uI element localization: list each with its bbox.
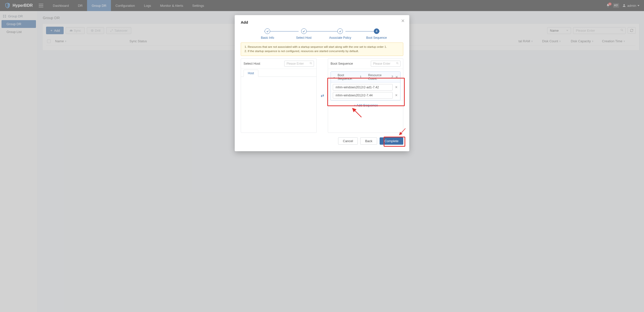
remove-item-button[interactable]: ✕ — [394, 93, 398, 97]
sequence-header[interactable]: ⌄ Boot Sequence: 1 Resource Count: 2 ✕ — [331, 72, 400, 83]
sequence-search-wrap — [371, 61, 400, 67]
sequence-item-row: mhm-windows2012r2-7.44 ✕ — [331, 92, 400, 100]
info-alert: 1. Resources that are not associated wit… — [241, 43, 403, 56]
close-icon: ✕ — [395, 93, 398, 97]
modal-close-button[interactable]: ✕ — [401, 19, 405, 23]
resource-count-number: 2 — [391, 75, 393, 79]
step-label: Select Host — [296, 36, 311, 40]
remove-item-button[interactable]: ✕ — [394, 85, 398, 89]
svg-point-10 — [310, 62, 311, 64]
add-sequence-button[interactable]: ＋Add Sequence — [353, 103, 378, 107]
svg-line-13 — [398, 64, 399, 64]
host-search-wrap — [284, 61, 314, 67]
complete-button[interactable]: Complete — [380, 137, 403, 145]
sequence-item[interactable]: mhm-windows2012r2-7.44 — [333, 92, 393, 99]
host-tab[interactable]: Host — [244, 70, 258, 77]
plus-icon: ＋ — [353, 103, 356, 107]
panel-body: ⌄ Boot Sequence: 1 Resource Count: 2 ✕ m… — [328, 69, 403, 133]
close-icon: ✕ — [395, 85, 398, 89]
add-modal: ✕ Add Basic Info Select Host Associate P… — [235, 15, 409, 151]
panel-header: Select Host — [241, 59, 316, 69]
back-button[interactable]: Back — [360, 137, 377, 145]
search-icon — [396, 62, 399, 65]
modal-footer: Cancel Back Complete — [241, 137, 403, 145]
close-icon: ✕ — [395, 75, 398, 79]
panel-title: Select Host — [244, 62, 260, 65]
transfer-toggle[interactable]: ⇄ — [319, 93, 325, 98]
panel-title: Boot Sequence — [331, 62, 353, 65]
step-label: Basic Info — [261, 36, 274, 40]
add-sequence-row: ＋Add Sequence — [328, 100, 403, 110]
add-sequence-label: Add Sequence — [356, 103, 378, 107]
sequence-title-number: 1 — [360, 75, 361, 79]
check-icon — [301, 28, 307, 34]
step-basic-info[interactable]: Basic Info — [249, 28, 286, 40]
step-label: Associate Policy — [329, 36, 351, 40]
swap-horizontal-icon: ⇄ — [321, 93, 324, 98]
sequence-item-row: mhm-windows2012r2-ad1-7.42 ✕ — [331, 83, 400, 92]
alert-line-1: 1. Resources that are not associated wit… — [245, 45, 399, 49]
resource-count-prefix: Resource Count: — [368, 73, 389, 81]
chevron-down-icon: ⌄ — [333, 75, 336, 79]
svg-line-11 — [311, 64, 312, 64]
sequence-title-prefix: Boot Sequence: — [338, 73, 358, 81]
modal-title: Add — [241, 20, 403, 24]
transfer-panels: Select Host Host ⇄ Boot Sequence — [241, 58, 403, 133]
step-associate-policy[interactable]: Associate Policy — [322, 28, 358, 40]
close-icon: ✕ — [401, 18, 405, 23]
svg-point-12 — [396, 62, 398, 64]
panel-body: Host — [241, 69, 316, 133]
remove-sequence-button[interactable]: ✕ — [395, 75, 398, 79]
alert-line-2: 2. If the startup sequence is not config… — [245, 49, 399, 53]
sequence-item[interactable]: mhm-windows2012r2-ad1-7.42 — [333, 84, 393, 91]
step-select-host[interactable]: Select Host — [286, 28, 322, 40]
panel-header: Boot Sequence — [328, 58, 403, 69]
boot-sequence-panel: Boot Sequence ⌄ Boot Sequence: 1 Resourc… — [328, 58, 403, 133]
boot-sequence-group: ⌄ Boot Sequence: 1 Resource Count: 2 ✕ m… — [331, 71, 400, 100]
check-icon — [265, 28, 270, 34]
step-boot-sequence[interactable]: 4 Boot Sequence — [358, 28, 395, 40]
search-icon — [309, 62, 312, 65]
cancel-button[interactable]: Cancel — [338, 137, 358, 145]
select-host-panel: Select Host Host — [241, 58, 317, 133]
step-number-icon: 4 — [374, 28, 379, 34]
step-label: Boot Sequence — [366, 36, 387, 40]
check-icon — [337, 28, 343, 34]
wizard-steps: Basic Info Select Host Associate Policy … — [241, 28, 403, 43]
